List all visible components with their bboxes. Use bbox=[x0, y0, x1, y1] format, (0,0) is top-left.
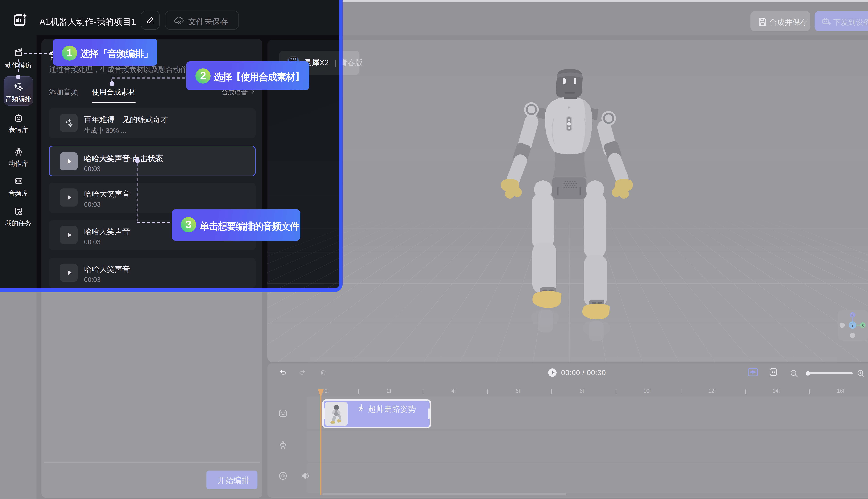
svg-text:X: X bbox=[861, 323, 864, 328]
svg-text:Y: Y bbox=[851, 322, 854, 328]
svg-text:Z: Z bbox=[851, 313, 854, 317]
